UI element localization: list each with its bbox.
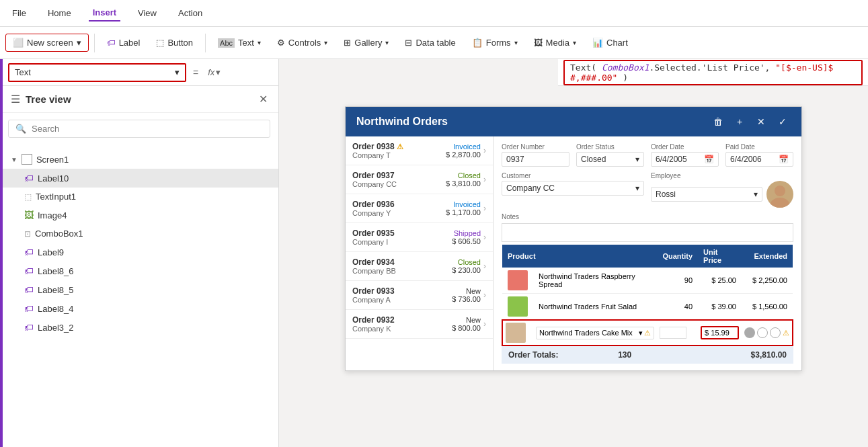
product-row-0[interactable]: Northwind Traders Raspberry Spread 90 $ … [502,268,793,294]
node-icon-3 [770,327,781,338]
order-detail: Order Number 0937 Order Status Closed ▾ [494,136,801,370]
label3-2-icon-tree: 🏷 [24,322,34,333]
treeview-panel: ☰ Tree view ✕ 🔍 ▼ Screen1 🏷 [0,86,278,447]
node-icon-2 [757,327,768,338]
add-icon[interactable]: + [732,114,748,130]
order-item-0938[interactable]: Order 0938 ⚠ Company T Invoiced $ 2,870.… [346,136,493,165]
fx-button[interactable]: fx ▾ [205,67,223,77]
search-box[interactable]: 🔍 [8,120,270,138]
trash-icon[interactable]: 🗑 [710,114,726,130]
products-table: Product Quantity Unit Price Extended Nor… [502,245,793,346]
property-selector[interactable]: Text ▾ [8,63,186,82]
check-icon[interactable]: ✓ [775,114,791,130]
menu-insert[interactable]: Insert [89,5,120,22]
edit-product-select[interactable]: Northwind Traders Cake Mix ▾ ⚠ [536,327,654,339]
edit-chevron-icon: ▾ [639,329,643,337]
chevron-right-icon-0933: › [483,290,486,300]
gallery-icon: ⊞ [344,38,351,48]
tree-item-label10[interactable]: 🏷 Label10 [0,169,278,188]
select-chevron-icon: ▾ [635,155,639,164]
orders-list: Order 0938 ⚠ Company T Invoiced $ 2,870.… [346,136,494,370]
treeview-header: ☰ Tree view ✕ [0,86,278,113]
warning-edit-icon: ⚠ [644,329,651,337]
order-item-0932[interactable]: Order 0932 Company K New $ 800.00 › [346,310,493,339]
employee-select[interactable]: Rossi ▾ [651,187,762,202]
chevron-right-icon-0934: › [483,261,486,271]
svg-point-0 [775,186,785,196]
forms-button[interactable]: 📋 Forms ▾ [465,34,524,51]
customer-select[interactable]: Company CC ▾ [502,181,644,196]
chevron-down-icon-3: ▾ [324,39,327,46]
text-button[interactable]: Abc Text ▾ [211,34,268,51]
menu-home[interactable]: Home [44,5,75,21]
order-item-0933[interactable]: Order 0933 Company A New $ 736.00 › [346,281,493,310]
order-date-field: Order Date 6/4/2005 📅 [651,143,719,167]
new-screen-button[interactable]: ⬜ New screen ▾ [5,34,89,52]
paid-date-input[interactable]: 6/4/2006 📅 [725,152,793,167]
button-button[interactable]: ⬚ Button [149,34,200,51]
product-edit-row[interactable]: Northwind Traders Cake Mix ▾ ⚠ [502,320,793,346]
menu-file[interactable]: File [8,5,30,21]
northwind-app: Northwind Orders 🗑 + ✕ ✓ Order 0938 ⚠ [345,106,802,371]
canvas-content: Northwind Orders 🗑 + ✕ ✓ Order 0938 ⚠ [292,106,855,371]
tree-item-label9[interactable]: 🏷 Label9 [0,243,278,261]
menu-view[interactable]: View [134,5,161,21]
text-icon: Abc [218,38,235,48]
order-item-0935[interactable]: Order 0935 Company I Shipped $ 606.50 › [346,223,493,252]
edit-qty-input[interactable] [660,327,686,339]
chevron-right-icon-0932: › [483,319,486,329]
chevron-down-icon-5: ▾ [514,39,518,46]
product-col-header: Product [502,245,657,268]
employee-field: Employee Rossi ▾ [651,172,793,208]
close-header-icon[interactable]: ✕ [753,114,769,130]
order-item-0934[interactable]: Order 0934 Company BB Closed $ 230.00 › [346,252,493,281]
tree-item-textinput1[interactable]: ⬚ TextInput1 [0,188,278,206]
close-icon[interactable]: ✕ [259,93,268,106]
nw-header: Northwind Orders 🗑 + ✕ ✓ [346,107,801,136]
sidebar: Text ▾ = fx ▾ ☰ Tree view ✕ 🔍 [0,59,279,447]
customer-chevron-icon: ▾ [635,184,639,193]
datatable-icon: ⊟ [405,38,412,48]
controls-button[interactable]: ⚙ Controls ▾ [270,34,334,51]
formula-display[interactable]: Text( ComboBox1.Selected.'List Price', "… [563,60,863,85]
label-icon-tree: 🏷 [24,173,34,184]
media-icon: 🖼 [534,38,543,48]
tree-item-label8-4[interactable]: 🏷 Label8_4 [0,299,278,318]
menu-action[interactable]: Action [174,5,206,21]
order-date-input[interactable]: 6/4/2005 📅 [651,152,719,167]
chevron-down-icon-screen: ▼ [11,156,17,163]
tree-item-label3-2[interactable]: 🏷 Label3_2 [0,318,278,337]
label-button[interactable]: 🏷 Label [100,34,147,51]
search-input[interactable] [32,124,263,134]
canvas-area: Text( ComboBox1.Selected.'List Price', "… [279,59,868,447]
chevron-right-icon-0936: › [483,204,486,213]
tree-item-image4[interactable]: 🖼 Image4 [0,206,278,225]
equals-sign: = [190,67,201,78]
label8-6-icon-tree: 🏷 [24,266,34,276]
order-status-select[interactable]: Closed ▾ [576,152,644,167]
formula-display-bar: Text( ComboBox1.Selected.'List Price', "… [558,59,868,86]
chevron-down-icon: ▾ [77,38,81,48]
datatable-button[interactable]: ⊟ Data table [398,34,462,51]
tree-item-combobox1[interactable]: ⊡ ComboBox1 [0,225,278,243]
product-row-1[interactable]: Northwind Traders Fruit Salad 40 $ 39.00… [502,294,793,321]
main-layout: Text ▾ = fx ▾ ☰ Tree view ✕ 🔍 [0,59,868,447]
label8-4-icon-tree: 🏷 [24,303,34,314]
nw-body: Order 0938 ⚠ Company T Invoiced $ 2,870.… [346,136,801,370]
order-item-0937[interactable]: Order 0937 Company CC Closed $ 3,810.00 … [346,165,493,194]
tree-item-screen1[interactable]: ▼ Screen1 [0,150,278,169]
order-item-0936[interactable]: Order 0936 Company Y Invoiced $ 1,170.00… [346,194,493,223]
chart-button[interactable]: 📊 Chart [586,34,635,51]
order-number-field: Order Number 0937 [502,143,569,167]
menu-bar: File Home Insert View Action [0,0,868,27]
tree-item-label8-5[interactable]: 🏷 Label8_5 [0,280,278,299]
gallery-button[interactable]: ⊞ Gallery ▾ [337,34,395,51]
hamburger-icon[interactable]: ☰ [11,93,20,106]
notes-input[interactable] [502,223,793,242]
search-icon: 🔍 [15,124,26,134]
toolbar-divider-1 [94,34,95,52]
edit-price-field[interactable]: $ 15.99 [701,326,739,339]
edit-controls: ⚠ [744,327,789,338]
media-button[interactable]: 🖼 Media ▾ [527,34,583,51]
tree-item-label8-6[interactable]: 🏷 Label8_6 [0,261,278,280]
